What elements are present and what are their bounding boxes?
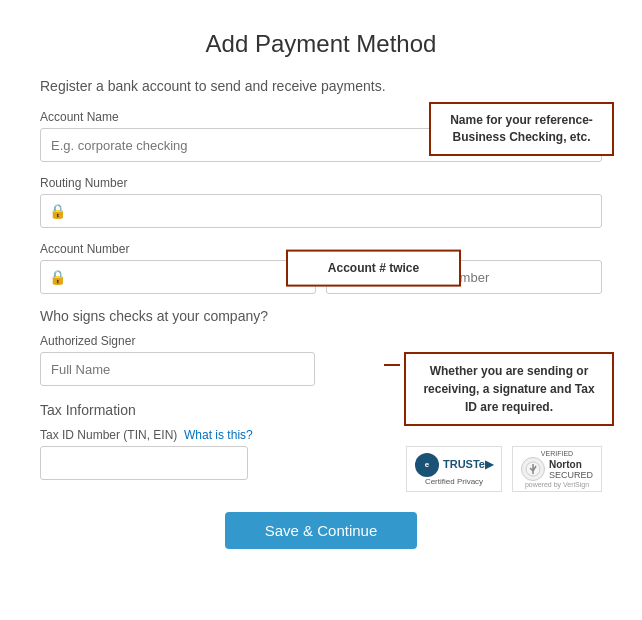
- subtitle-text: Register a bank account to send and rece…: [40, 78, 602, 94]
- authorized-signer-label: Authorized Signer: [40, 334, 602, 348]
- account-twice-tooltip: Account # twice: [286, 250, 461, 287]
- account-number-input[interactable]: [40, 260, 316, 294]
- norton-badge: VERIFIED Norton SECURED powered by VeriS…: [512, 446, 602, 492]
- tax-id-input[interactable]: [40, 446, 248, 480]
- routing-lock-icon: 🔒: [49, 203, 66, 219]
- tax-id-label: Tax ID Number (TIN, EIN) What is this?: [40, 428, 386, 442]
- routing-number-input[interactable]: [40, 194, 602, 228]
- signature-tooltip: Whether you are sending or receiving, a …: [404, 352, 614, 426]
- account-name-tooltip: Name for your reference- Business Checki…: [429, 102, 614, 156]
- who-signs-heading: Who signs checks at your company?: [40, 308, 602, 324]
- authorized-signer-input[interactable]: [40, 352, 315, 386]
- what-is-this-link[interactable]: What is this?: [184, 428, 253, 442]
- truste-badge: e TRUSTe▶ Certified Privacy: [406, 446, 502, 492]
- routing-number-label: Routing Number: [40, 176, 602, 190]
- save-continue-button[interactable]: Save & Continue: [225, 512, 418, 549]
- account-number-lock-icon: 🔒: [49, 269, 66, 285]
- page-title: Add Payment Method: [40, 30, 602, 58]
